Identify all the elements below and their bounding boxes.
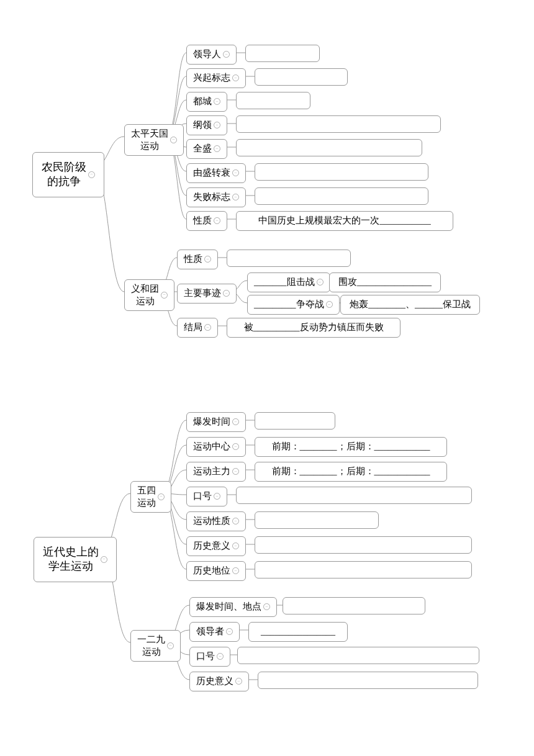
node-fail-mark: 失败标志−: [186, 187, 246, 207]
collapse-icon[interactable]: −: [232, 418, 239, 425]
leaf-deed1b[interactable]: 围攻________________: [329, 272, 441, 292]
collapse-icon[interactable]: −: [226, 628, 233, 635]
collapse-icon[interactable]: −: [232, 468, 239, 475]
text: 前期：________；后期：____________: [272, 466, 430, 478]
collapse-icon[interactable]: −: [232, 194, 239, 200]
collapse-icon[interactable]: −: [232, 443, 239, 450]
collapse-icon[interactable]: −: [101, 556, 107, 563]
branch-label: 义和团运动: [131, 283, 159, 307]
node-129-leader: 领导者−: [189, 622, 240, 642]
collapse-icon[interactable]: −: [263, 603, 270, 610]
collapse-icon[interactable]: −: [223, 290, 230, 297]
text: _________争夺战: [254, 299, 324, 311]
collapse-icon[interactable]: −: [158, 493, 165, 500]
collapse-icon[interactable]: −: [232, 567, 239, 574]
node-m4-center: 运动中心−: [186, 437, 246, 457]
node-yht-nature: 性质−: [177, 250, 218, 269]
collapse-icon[interactable]: −: [88, 171, 95, 178]
branch-129: 一二九运动−: [130, 630, 181, 662]
collapse-icon[interactable]: −: [170, 137, 177, 143]
label: 历史地位: [193, 565, 230, 577]
connector-lines: [0, 0, 534, 756]
leaf-m4-time[interactable]: [255, 412, 335, 430]
root-peasant-resistance: 农民阶级的抗争−: [32, 152, 104, 197]
collapse-icon[interactable]: −: [232, 169, 239, 176]
label: 结局: [184, 322, 202, 334]
leaf-peak[interactable]: [236, 139, 422, 156]
leaf-129-slogan[interactable]: [237, 647, 479, 664]
collapse-icon[interactable]: −: [167, 642, 174, 649]
branch-label: 五四运动: [137, 485, 156, 509]
node-m4-position: 历史地位−: [186, 561, 246, 581]
leaf-yht-ending[interactable]: 被__________反动势力镇压而失败: [227, 318, 400, 338]
collapse-icon[interactable]: −: [214, 122, 220, 128]
label: 运动主力: [193, 466, 230, 478]
node-129-time-place: 爆发时间、地点−: [189, 597, 277, 617]
collapse-icon[interactable]: −: [204, 256, 211, 263]
label: 领导人: [193, 48, 221, 61]
leaf-leader[interactable]: [245, 45, 320, 62]
node-taiping-nature: 性质−: [186, 211, 227, 231]
leaf-fail-mark[interactable]: [255, 187, 428, 205]
leaf-129-significance[interactable]: [258, 672, 478, 689]
leaf-deed2a[interactable]: _________争夺战−: [247, 295, 340, 315]
node-m4-force: 运动主力−: [186, 462, 246, 482]
leaf-deed2b[interactable]: 炮轰________、______保卫战: [340, 295, 480, 315]
leaf-129-time-place[interactable]: [283, 597, 425, 614]
leaf-129-leader[interactable]: ________________: [248, 622, 348, 642]
leaf-m4-nature[interactable]: [255, 511, 379, 529]
node-leader: 领导人−: [186, 45, 237, 65]
leaf-m4-significance[interactable]: [255, 536, 472, 554]
leaf-deed1a[interactable]: _______阻击战−: [247, 272, 330, 292]
collapse-icon[interactable]: −: [214, 98, 220, 105]
label: 纲领: [193, 119, 212, 132]
label: 主要事迹: [184, 287, 221, 300]
node-m4-significance: 历史意义−: [186, 536, 246, 556]
leaf-rise-mark[interactable]: [255, 68, 348, 86]
branch-label: 一二九运动: [137, 634, 165, 658]
label: 爆发时间、地点: [196, 601, 261, 613]
collapse-icon[interactable]: −: [317, 279, 324, 286]
collapse-icon[interactable]: −: [161, 292, 168, 299]
label: 历史意义: [193, 540, 230, 552]
label: 运动中心: [193, 441, 230, 453]
leaf-m4-center[interactable]: 前期：________；后期：____________: [255, 437, 447, 457]
collapse-icon[interactable]: −: [204, 324, 211, 331]
node-m4-time: 爆发时间−: [186, 412, 246, 432]
branch-may4th: 五四运动−: [130, 481, 171, 513]
label: 历史意义: [196, 675, 233, 688]
node-yht-deeds: 主要事迹−: [177, 284, 237, 304]
label: 失败标志: [193, 191, 230, 204]
node-program: 纲领−: [186, 115, 227, 135]
leaf-m4-position[interactable]: [255, 561, 472, 578]
collapse-icon[interactable]: −: [235, 678, 242, 685]
collapse-icon[interactable]: −: [217, 653, 224, 660]
branch-label: 太平天国运动: [131, 128, 168, 152]
collapse-icon[interactable]: −: [232, 74, 239, 81]
label: 由盛转衰: [193, 167, 230, 179]
leaf-capital[interactable]: [236, 92, 310, 109]
leaf-taiping-nature[interactable]: 中国历史上规模最宏大的一次___________: [236, 211, 453, 231]
label: 运动性质: [193, 515, 230, 528]
root-label: 近代史上的学生运动: [43, 545, 99, 574]
collapse-icon[interactable]: −: [232, 518, 239, 524]
label: 性质: [184, 253, 202, 266]
leaf-m4-slogan[interactable]: [236, 487, 472, 504]
leaf-m4-force[interactable]: 前期：________；后期：____________: [255, 462, 447, 482]
collapse-icon[interactable]: −: [232, 542, 239, 549]
collapse-icon[interactable]: −: [214, 217, 220, 224]
text: 炮轰________、______保卫战: [350, 299, 471, 311]
label: 全盛: [193, 143, 212, 155]
leaf-program[interactable]: [236, 115, 441, 133]
leaf-yht-nature[interactable]: [227, 250, 351, 267]
leaf-decline[interactable]: [255, 163, 428, 181]
node-peak: 全盛−: [186, 139, 227, 159]
text: 中国历史上规模最宏大的一次___________: [258, 215, 431, 227]
collapse-icon[interactable]: −: [223, 51, 230, 58]
text: 前期：________；后期：____________: [272, 441, 430, 453]
label: 性质: [193, 215, 212, 227]
collapse-icon[interactable]: −: [214, 493, 220, 500]
collapse-icon[interactable]: −: [326, 301, 333, 308]
collapse-icon[interactable]: −: [214, 145, 220, 152]
label: 兴起标志: [193, 72, 230, 84]
